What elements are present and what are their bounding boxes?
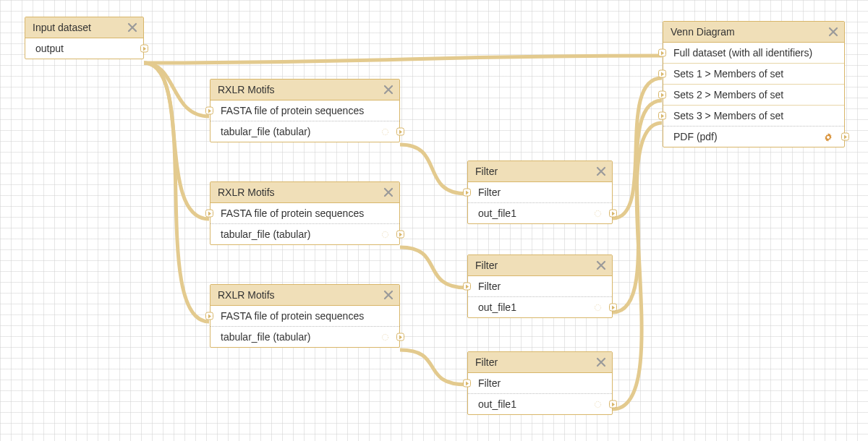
input-label: Filter [478,377,501,389]
output-port-row: out_file1 [468,203,612,223]
node-filter-3[interactable]: Filter Filter out_file1 [467,351,613,415]
node-title: RXLR Motifs [218,84,275,95]
gear-icon [594,401,602,408]
output-label: PDF (pdf) [673,131,718,142]
close-icon[interactable] [596,166,606,176]
port-icon[interactable] [658,70,666,78]
node-filter-1[interactable]: Filter Filter out_file1 [467,160,613,224]
node-header[interactable]: RXLR Motifs [210,182,399,203]
input-label: Sets 3 > Members of set [673,110,783,121]
node-title: Input dataset [33,22,91,33]
svg-point-4 [595,304,600,310]
input-port-row: Filter [468,276,612,297]
input-port-row: FASTA file of protein sequences [210,306,399,327]
port-icon[interactable] [205,107,213,115]
output-label: out_file1 [478,207,516,219]
output-label: out_file1 [478,398,516,410]
input-label: Filter [478,187,501,198]
gear-icon [381,333,389,341]
port-icon[interactable] [396,128,404,136]
input-label: FASTA file of protein sequences [221,105,364,116]
port-icon[interactable] [609,401,617,408]
output-port-row: output [25,38,143,59]
port-icon[interactable] [658,49,666,57]
node-title: RXLR Motifs [218,187,275,198]
input-label: Filter [478,281,501,292]
svg-point-5 [595,401,600,407]
close-icon[interactable] [383,290,393,300]
input-label: FASTA file of protein sequences [221,310,364,322]
input-port-row: Full dataset (with all identifiers) [663,43,844,64]
gear-icon [594,304,602,312]
output-label: output [35,43,64,54]
port-icon[interactable] [609,304,617,312]
node-header[interactable]: Venn Diagram [663,22,844,43]
node-header[interactable]: RXLR Motifs [210,285,399,306]
output-port-row: tabular_file (tabular) [210,121,399,142]
node-header[interactable]: RXLR Motifs [210,80,399,100]
node-filter-2[interactable]: Filter Filter out_file1 [467,254,613,318]
gear-icon [381,128,389,136]
close-icon[interactable] [596,357,606,367]
input-port-row: Filter [468,182,612,203]
node-header[interactable]: Filter [468,352,612,373]
close-icon[interactable] [596,260,606,270]
node-rxlr-motifs-3[interactable]: RXLR Motifs FASTA file of protein sequen… [210,284,400,348]
gear-icon [594,210,602,218]
input-label: Full dataset (with all identifiers) [673,47,812,59]
input-label: Sets 2 > Members of set [673,89,783,100]
input-label: FASTA file of protein sequences [221,207,364,219]
node-rxlr-motifs-1[interactable]: RXLR Motifs FASTA file of protein sequen… [210,79,400,142]
node-title: Filter [475,356,498,368]
port-icon[interactable] [205,210,213,218]
port-icon[interactable] [463,283,471,291]
port-icon[interactable] [205,312,213,320]
output-port-row: PDF (pdf) [663,127,844,147]
port-icon[interactable] [841,133,849,141]
svg-point-2 [382,334,388,340]
node-title: RXLR Motifs [218,289,275,301]
port-icon[interactable] [140,45,148,53]
node-header[interactable]: Input dataset [25,17,143,38]
node-title: Filter [475,260,498,271]
close-icon[interactable] [127,22,137,33]
input-port-row: FASTA file of protein sequences [210,203,399,224]
output-port-row: out_file1 [468,394,612,414]
port-icon[interactable] [658,91,666,99]
gear-icon [381,231,389,239]
input-port-row: Sets 1 > Members of set [663,64,844,85]
output-label: tabular_file (tabular) [221,228,311,240]
node-header[interactable]: Filter [468,161,612,182]
port-icon[interactable] [463,189,471,197]
node-title: Filter [475,166,498,177]
close-icon[interactable] [383,187,393,197]
node-venn-diagram[interactable]: Venn Diagram Full dataset (with all iden… [663,21,845,147]
port-icon[interactable] [658,112,666,120]
node-rxlr-motifs-2[interactable]: RXLR Motifs FASTA file of protein sequen… [210,181,400,245]
input-port-row: Sets 3 > Members of set [663,106,844,127]
input-port-row: FASTA file of protein sequences [210,100,399,121]
svg-point-0 [382,129,388,134]
output-label: tabular_file (tabular) [221,331,311,343]
input-label: Sets 1 > Members of set [673,68,783,80]
gear-icon[interactable] [824,133,833,142]
port-icon[interactable] [463,380,471,388]
output-label: tabular_file (tabular) [221,126,311,137]
port-icon[interactable] [609,210,617,218]
output-port-row: out_file1 [468,297,612,317]
svg-point-1 [382,231,388,237]
output-port-row: tabular_file (tabular) [210,224,399,244]
port-icon[interactable] [396,231,404,239]
svg-point-3 [595,210,600,216]
port-icon[interactable] [396,333,404,341]
node-input-dataset[interactable]: Input dataset output [25,17,144,59]
close-icon[interactable] [828,27,838,37]
output-port-row: tabular_file (tabular) [210,327,399,347]
input-port-row: Sets 2 > Members of set [663,85,844,106]
close-icon[interactable] [383,85,393,95]
input-port-row: Filter [468,373,612,394]
node-header[interactable]: Filter [468,255,612,276]
output-label: out_file1 [478,301,516,313]
node-title: Venn Diagram [671,26,735,38]
